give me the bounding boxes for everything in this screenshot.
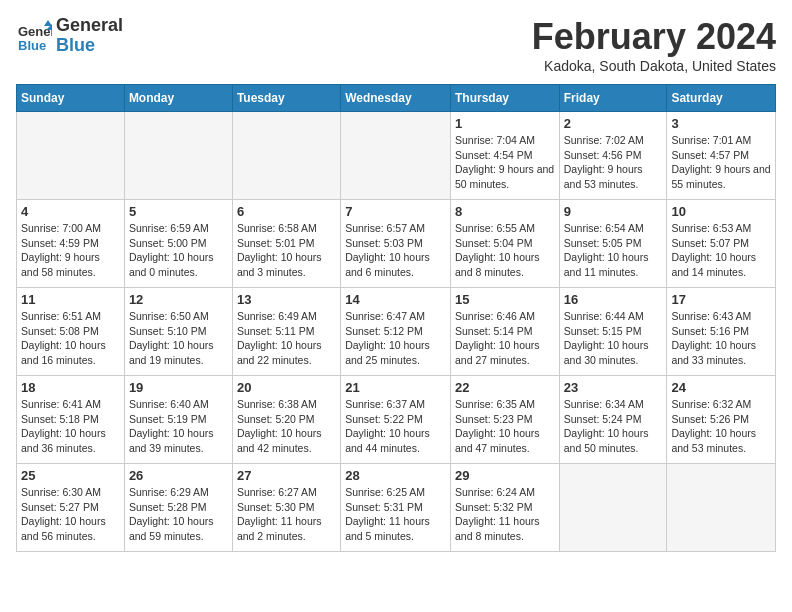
weekday-header-thursday: Thursday: [450, 85, 559, 112]
day-info: Sunrise: 6:59 AMSunset: 5:00 PMDaylight:…: [129, 221, 228, 280]
week-row-1: 1Sunrise: 7:04 AMSunset: 4:54 PMDaylight…: [17, 112, 776, 200]
day-cell: 1Sunrise: 7:04 AMSunset: 4:54 PMDaylight…: [450, 112, 559, 200]
day-cell: 24Sunrise: 6:32 AMSunset: 5:26 PMDayligh…: [667, 376, 776, 464]
day-info: Sunrise: 6:34 AMSunset: 5:24 PMDaylight:…: [564, 397, 663, 456]
day-cell: [667, 464, 776, 552]
day-info: Sunrise: 6:51 AMSunset: 5:08 PMDaylight:…: [21, 309, 120, 368]
day-info: Sunrise: 6:49 AMSunset: 5:11 PMDaylight:…: [237, 309, 336, 368]
svg-text:General: General: [18, 24, 52, 39]
day-cell: 6Sunrise: 6:58 AMSunset: 5:01 PMDaylight…: [232, 200, 340, 288]
day-number: 10: [671, 204, 771, 219]
day-info: Sunrise: 6:32 AMSunset: 5:26 PMDaylight:…: [671, 397, 771, 456]
location-subtitle: Kadoka, South Dakota, United States: [532, 58, 776, 74]
day-cell: 23Sunrise: 6:34 AMSunset: 5:24 PMDayligh…: [559, 376, 667, 464]
day-info: Sunrise: 6:24 AMSunset: 5:32 PMDaylight:…: [455, 485, 555, 544]
month-year-title: February 2024: [532, 16, 776, 58]
day-cell: 11Sunrise: 6:51 AMSunset: 5:08 PMDayligh…: [17, 288, 125, 376]
day-cell: 22Sunrise: 6:35 AMSunset: 5:23 PMDayligh…: [450, 376, 559, 464]
day-cell: 16Sunrise: 6:44 AMSunset: 5:15 PMDayligh…: [559, 288, 667, 376]
day-info: Sunrise: 6:40 AMSunset: 5:19 PMDaylight:…: [129, 397, 228, 456]
weekday-header-sunday: Sunday: [17, 85, 125, 112]
day-cell: 27Sunrise: 6:27 AMSunset: 5:30 PMDayligh…: [232, 464, 340, 552]
day-cell: 25Sunrise: 6:30 AMSunset: 5:27 PMDayligh…: [17, 464, 125, 552]
weekday-header-friday: Friday: [559, 85, 667, 112]
day-number: 4: [21, 204, 120, 219]
day-info: Sunrise: 6:35 AMSunset: 5:23 PMDaylight:…: [455, 397, 555, 456]
day-cell: 10Sunrise: 6:53 AMSunset: 5:07 PMDayligh…: [667, 200, 776, 288]
svg-marker-2: [44, 20, 52, 26]
day-number: 24: [671, 380, 771, 395]
day-cell: [124, 112, 232, 200]
weekday-header-wednesday: Wednesday: [341, 85, 451, 112]
day-number: 26: [129, 468, 228, 483]
day-cell: 5Sunrise: 6:59 AMSunset: 5:00 PMDaylight…: [124, 200, 232, 288]
day-cell: 19Sunrise: 6:40 AMSunset: 5:19 PMDayligh…: [124, 376, 232, 464]
logo-icon: General Blue: [16, 18, 52, 54]
calendar-table: SundayMondayTuesdayWednesdayThursdayFrid…: [16, 84, 776, 552]
day-number: 25: [21, 468, 120, 483]
day-cell: 15Sunrise: 6:46 AMSunset: 5:14 PMDayligh…: [450, 288, 559, 376]
day-info: Sunrise: 6:25 AMSunset: 5:31 PMDaylight:…: [345, 485, 446, 544]
day-cell: 26Sunrise: 6:29 AMSunset: 5:28 PMDayligh…: [124, 464, 232, 552]
day-cell: 8Sunrise: 6:55 AMSunset: 5:04 PMDaylight…: [450, 200, 559, 288]
day-info: Sunrise: 6:29 AMSunset: 5:28 PMDaylight:…: [129, 485, 228, 544]
svg-text:Blue: Blue: [18, 38, 46, 53]
day-cell: 28Sunrise: 6:25 AMSunset: 5:31 PMDayligh…: [341, 464, 451, 552]
day-cell: 9Sunrise: 6:54 AMSunset: 5:05 PMDaylight…: [559, 200, 667, 288]
day-cell: 21Sunrise: 6:37 AMSunset: 5:22 PMDayligh…: [341, 376, 451, 464]
day-number: 3: [671, 116, 771, 131]
day-number: 17: [671, 292, 771, 307]
day-info: Sunrise: 7:00 AMSunset: 4:59 PMDaylight:…: [21, 221, 120, 280]
week-row-5: 25Sunrise: 6:30 AMSunset: 5:27 PMDayligh…: [17, 464, 776, 552]
day-info: Sunrise: 6:27 AMSunset: 5:30 PMDaylight:…: [237, 485, 336, 544]
day-info: Sunrise: 6:58 AMSunset: 5:01 PMDaylight:…: [237, 221, 336, 280]
day-number: 15: [455, 292, 555, 307]
day-cell: [232, 112, 340, 200]
day-number: 14: [345, 292, 446, 307]
day-number: 7: [345, 204, 446, 219]
week-row-4: 18Sunrise: 6:41 AMSunset: 5:18 PMDayligh…: [17, 376, 776, 464]
day-number: 29: [455, 468, 555, 483]
page-header: General Blue General Blue February 2024 …: [16, 16, 776, 74]
day-cell: [17, 112, 125, 200]
day-info: Sunrise: 6:38 AMSunset: 5:20 PMDaylight:…: [237, 397, 336, 456]
day-number: 22: [455, 380, 555, 395]
day-info: Sunrise: 6:47 AMSunset: 5:12 PMDaylight:…: [345, 309, 446, 368]
day-info: Sunrise: 6:37 AMSunset: 5:22 PMDaylight:…: [345, 397, 446, 456]
day-info: Sunrise: 6:30 AMSunset: 5:27 PMDaylight:…: [21, 485, 120, 544]
day-number: 9: [564, 204, 663, 219]
day-number: 1: [455, 116, 555, 131]
day-cell: [559, 464, 667, 552]
day-number: 28: [345, 468, 446, 483]
title-section: February 2024 Kadoka, South Dakota, Unit…: [532, 16, 776, 74]
week-row-2: 4Sunrise: 7:00 AMSunset: 4:59 PMDaylight…: [17, 200, 776, 288]
day-number: 18: [21, 380, 120, 395]
day-info: Sunrise: 6:41 AMSunset: 5:18 PMDaylight:…: [21, 397, 120, 456]
day-cell: 13Sunrise: 6:49 AMSunset: 5:11 PMDayligh…: [232, 288, 340, 376]
day-number: 6: [237, 204, 336, 219]
day-cell: 4Sunrise: 7:00 AMSunset: 4:59 PMDaylight…: [17, 200, 125, 288]
day-cell: [341, 112, 451, 200]
day-info: Sunrise: 6:44 AMSunset: 5:15 PMDaylight:…: [564, 309, 663, 368]
day-cell: 20Sunrise: 6:38 AMSunset: 5:20 PMDayligh…: [232, 376, 340, 464]
day-number: 8: [455, 204, 555, 219]
day-number: 21: [345, 380, 446, 395]
day-info: Sunrise: 6:54 AMSunset: 5:05 PMDaylight:…: [564, 221, 663, 280]
day-number: 23: [564, 380, 663, 395]
day-cell: 14Sunrise: 6:47 AMSunset: 5:12 PMDayligh…: [341, 288, 451, 376]
day-info: Sunrise: 6:55 AMSunset: 5:04 PMDaylight:…: [455, 221, 555, 280]
day-info: Sunrise: 6:50 AMSunset: 5:10 PMDaylight:…: [129, 309, 228, 368]
week-row-3: 11Sunrise: 6:51 AMSunset: 5:08 PMDayligh…: [17, 288, 776, 376]
logo-text: General Blue: [56, 16, 123, 56]
day-cell: 18Sunrise: 6:41 AMSunset: 5:18 PMDayligh…: [17, 376, 125, 464]
day-info: Sunrise: 7:02 AMSunset: 4:56 PMDaylight:…: [564, 133, 663, 192]
day-cell: 29Sunrise: 6:24 AMSunset: 5:32 PMDayligh…: [450, 464, 559, 552]
day-info: Sunrise: 7:01 AMSunset: 4:57 PMDaylight:…: [671, 133, 771, 192]
day-number: 2: [564, 116, 663, 131]
logo: General Blue General Blue: [16, 16, 123, 56]
day-number: 27: [237, 468, 336, 483]
day-number: 20: [237, 380, 336, 395]
day-number: 19: [129, 380, 228, 395]
day-number: 16: [564, 292, 663, 307]
day-number: 5: [129, 204, 228, 219]
